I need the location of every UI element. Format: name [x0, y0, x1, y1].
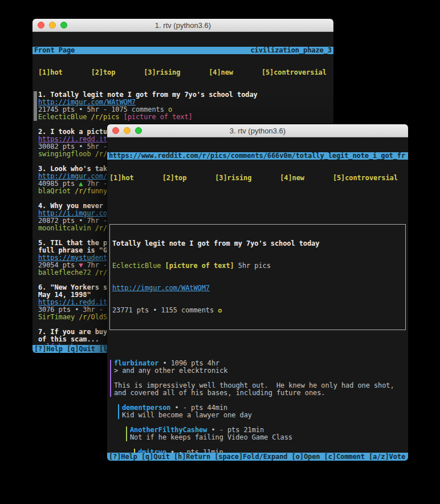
comment-block[interactable]: dementperson • - pts 44minKid will becom… — [118, 404, 408, 419]
comment-author[interactable]: flurbinator — [114, 359, 158, 367]
submission-box[interactable]: Totally legit note I got from my 7yo's s… — [109, 224, 406, 330]
tab-controversial[interactable]: [5]controversial — [262, 68, 327, 76]
front-terminal-window[interactable]: 3. rtv (python3.6) https://www.reddit.co… — [107, 124, 408, 461]
post-title: full phrase is "G — [38, 246, 107, 254]
close-button[interactable] — [112, 127, 119, 134]
post-age-comments: 7hr - — [83, 261, 107, 269]
comment-meta: • 1096 pts 4hr — [158, 359, 219, 367]
post-author[interactable]: SirTimaey — [38, 313, 75, 321]
tab-controversial[interactable]: [5]controversial — [333, 174, 398, 182]
front-status-bar: [?]Help [q]Quit [h]Return [space]Fold/Ex… — [107, 453, 408, 461]
post-title: 5. TIL that the p — [38, 239, 107, 247]
post-author[interactable]: blaQriot — [38, 187, 71, 195]
front-window-title: 3. rtv (python3.6) — [107, 127, 408, 135]
post-age-comments: 5hr - 1075 comments — [83, 105, 164, 113]
zoom-button[interactable] — [60, 22, 67, 29]
tab-hot[interactable]: [1]hot — [38, 68, 63, 76]
url-bar: https://www.reddit.com/r/pics/comments/6… — [107, 152, 408, 160]
page-title: Front Page — [34, 47, 75, 54]
post-score: 3076 pts — [38, 306, 75, 314]
submission-flair: [picture of text] — [161, 262, 234, 270]
post-author[interactable]: moonlitcalvin — [38, 224, 91, 232]
post-title: 6. "New Yorkers s — [38, 283, 107, 291]
tab-top[interactable]: [2]top — [91, 68, 116, 76]
comment-block[interactable]: AnotherFilthyCashew • - pts 21minNot if … — [126, 426, 408, 441]
post-age-comments: 3hr - — [79, 306, 103, 314]
submission-author[interactable]: EclecticBlue — [112, 262, 161, 270]
post-subreddit[interactable]: /r/ — [91, 269, 108, 277]
post-link[interactable]: https://i.redd.it — [38, 298, 107, 306]
tab-new[interactable]: [4]new — [209, 68, 233, 76]
comment-text: This is impressively well thought out. H… — [114, 381, 394, 389]
post-score: 30082 pts — [38, 143, 79, 151]
post-row[interactable]: 1. Totally legit note I got from my 7yo'… — [32, 91, 333, 121]
post-flair: [picture of text] — [120, 113, 193, 121]
post-title: 4. Why you never — [38, 202, 107, 210]
comment-body-line: and covered all of his bases, including … — [114, 389, 408, 397]
comment-body-line: Kid will become a lawyer one day — [122, 412, 408, 419]
listing-header-bar: Front Page civilization_phaze_3 — [32, 47, 333, 54]
comment-text: > and any other elecktronick — [114, 367, 228, 375]
tab-top[interactable]: [2]top — [162, 174, 187, 182]
close-button[interactable] — [38, 22, 44, 29]
submission-stats: 23771 pts • 1155 comments — [112, 306, 218, 314]
comment-author[interactable]: AnotherFilthyCashew — [130, 426, 207, 434]
post-link[interactable]: http://imgur.com/WAtWQM7 — [38, 98, 136, 106]
post-score: 29054 pts — [38, 261, 79, 269]
zoom-button[interactable] — [135, 127, 142, 134]
gilded-icon: o — [164, 105, 172, 113]
post-score: 20872 pts — [38, 217, 79, 225]
post-link[interactable]: http://i.imgur.co — [38, 209, 107, 217]
sort-tabs: [1]hot [2]top [3]rising [4]new [5]contro… — [32, 69, 333, 76]
post-title: May 14, 1998" — [38, 291, 91, 299]
front-window-titlebar[interactable]: 3. rtv (python3.6) — [107, 124, 408, 137]
post-subreddit[interactable]: /r/ — [91, 224, 108, 232]
comment-list: flurbinator • 1096 pts 4hr> and any othe… — [107, 360, 408, 461]
gilded-icon: ✪ — [218, 306, 222, 314]
comment-meta: • - pts 21min — [207, 426, 264, 434]
tab-rising[interactable]: [3]rising — [144, 68, 180, 76]
tab-hot[interactable]: [1]hot — [109, 174, 134, 182]
post-subreddit[interactable]: /r/pics — [87, 113, 120, 121]
spacer — [107, 197, 408, 204]
comment-body-line: Not if he keeps failing Video Game Class — [130, 434, 408, 441]
post-title: 7. If you are buy — [38, 328, 107, 336]
comment-body-line: > and any other elecktronick — [114, 367, 408, 375]
post-author-line: EclecticBlue /r/pics [picture of text] — [38, 113, 333, 121]
post-author[interactable]: swingingfloob — [38, 150, 91, 158]
post-subreddit[interactable]: /r/OldS — [75, 313, 107, 321]
post-author[interactable]: EclecticBlue — [38, 113, 87, 121]
post-age-comments: 7hr - — [83, 180, 107, 188]
back-window-title: 1. rtv (python3.6) — [32, 21, 333, 30]
minimize-button[interactable] — [49, 22, 56, 29]
front-terminal-content: https://www.reddit.com/r/pics/comments/6… — [107, 137, 408, 461]
sort-tabs: [1]hot [2]top [3]rising [4]new [5]contro… — [107, 174, 408, 182]
comment-text: and covered all of his bases, including … — [114, 389, 325, 397]
post-title: of this scam... — [38, 335, 99, 343]
post-score: 40985 pts — [38, 180, 79, 188]
post-title: 1. Totally legit note I got from my 7yo'… — [38, 91, 258, 99]
comment-block[interactable]: flurbinator • 1096 pts 4hr> and any othe… — [110, 360, 408, 397]
comment-text: Not if he keeps failing Video Game Class — [130, 433, 292, 441]
submission-link[interactable]: http://imgur.com/WAtWQM7 — [112, 284, 210, 292]
minimize-button[interactable] — [124, 127, 131, 134]
post-age-comments: 7hr - — [83, 217, 107, 225]
post-author[interactable]: ballefleche72 — [38, 269, 91, 277]
comment-author[interactable]: dementperson — [122, 404, 171, 412]
post-score: 21745 pts — [38, 105, 79, 113]
comment-meta: • - pts 44min — [171, 404, 228, 412]
tab-new[interactable]: [4]new — [280, 174, 304, 182]
submission-title: Totally legit note I got from my 7yo's s… — [112, 239, 319, 247]
username-label: civilization_phaze_3 — [251, 47, 332, 54]
back-window-titlebar[interactable]: 1. rtv (python3.6) — [32, 19, 333, 32]
post-link[interactable]: https://mystudent — [38, 254, 107, 262]
comment-text: Kid will become a lawyer one day — [122, 411, 252, 419]
post-link[interactable]: http://imgur.com/ — [38, 172, 107, 180]
submission-meta: 5hr pics — [234, 262, 271, 270]
post-subreddit[interactable]: /r/funny — [71, 187, 107, 195]
tab-rising[interactable]: [3]rising — [215, 174, 251, 182]
